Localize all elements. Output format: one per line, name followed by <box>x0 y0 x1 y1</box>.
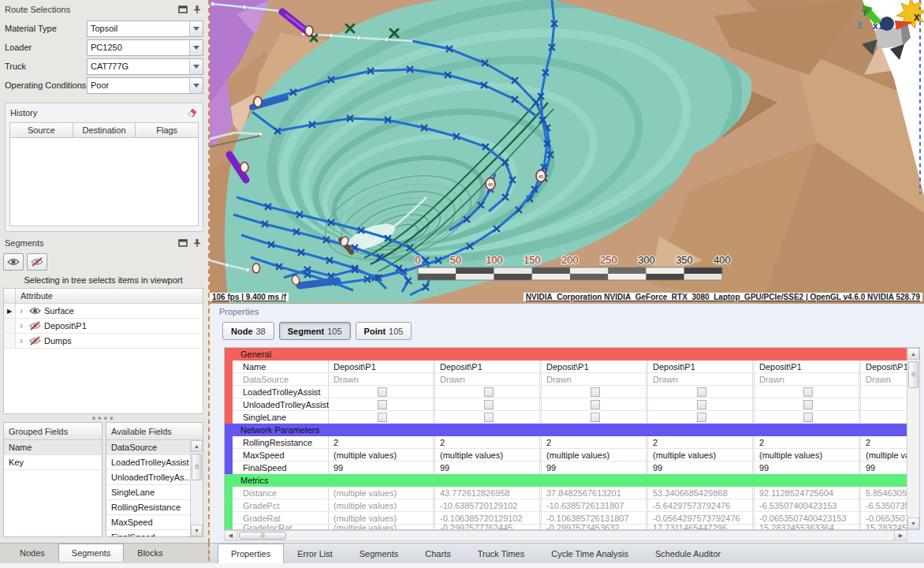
property-value-cell[interactable] <box>329 386 435 398</box>
expand-chevron-icon[interactable]: › <box>16 320 27 331</box>
property-value-cell[interactable] <box>435 398 542 410</box>
property-value-cell[interactable]: 99 <box>861 462 907 473</box>
checkbox[interactable] <box>484 413 494 422</box>
sidebar-tab[interactable]: Segments <box>58 544 125 562</box>
list-item[interactable]: Name <box>4 440 102 455</box>
bottom-tab[interactable]: Charts <box>412 544 464 564</box>
properties-vertical-scrollbar[interactable]: ▲ ☰ ▼ <box>907 348 919 529</box>
property-value-cell[interactable]: 99 <box>754 462 861 473</box>
property-value-cell[interactable]: 5.85463055391012 <box>861 487 907 499</box>
property-value-cell[interactable]: Drawn <box>648 373 754 385</box>
bottom-tab[interactable]: Segments <box>346 544 412 564</box>
property-value-cell[interactable]: 99 <box>542 462 648 473</box>
dropdown-select[interactable]: Poor <box>87 77 203 94</box>
sidebar-tab[interactable]: Blocks <box>124 544 176 562</box>
expand-chevron-icon[interactable]: › <box>16 335 27 346</box>
section-header[interactable]: General⌃ <box>233 348 907 361</box>
property-value-cell[interactable] <box>435 411 542 423</box>
property-value-cell[interactable]: 2 <box>861 436 907 448</box>
checkbox[interactable] <box>484 400 494 409</box>
show-all-button[interactable] <box>3 253 24 271</box>
property-value-cell[interactable]: Deposit\P1 <box>435 361 542 372</box>
property-value-cell[interactable]: (multiple values) <box>861 449 907 461</box>
property-value-cell[interactable]: 53.3406685429868 <box>648 487 754 499</box>
attribute-column-header[interactable]: Attribute <box>16 289 203 303</box>
bottom-tab[interactable]: Schedule Auditor <box>642 544 734 564</box>
clear-history-eraser-icon[interactable] <box>185 107 198 118</box>
property-value-cell[interactable]: -10.6385720129102 <box>435 499 542 511</box>
property-value-cell[interactable]: 2 <box>542 436 648 448</box>
checkbox[interactable] <box>378 400 387 409</box>
property-value-cell[interactable]: 99 <box>648 462 754 473</box>
checkbox[interactable] <box>378 413 387 422</box>
scroll-left-arrow[interactable]: ◀ <box>225 531 237 540</box>
checkbox[interactable] <box>378 387 387 397</box>
section-header[interactable]: Network Parameters⌃ <box>233 424 907 436</box>
scroll-down-arrow[interactable]: ▼ <box>191 525 203 536</box>
checkbox[interactable] <box>697 387 706 397</box>
property-value-cell[interactable]: -6.53507352100757 <box>861 499 907 511</box>
dropdown-button[interactable] <box>189 21 203 36</box>
eye-off-icon[interactable] <box>27 321 43 331</box>
expand-chevron-icon[interactable]: › <box>16 305 27 316</box>
property-value-cell[interactable] <box>754 411 861 423</box>
property-value-cell[interactable]: (multiple values) <box>435 449 542 461</box>
list-item[interactable]: Key <box>4 455 102 470</box>
property-value-cell[interactable]: Drawn <box>754 373 861 385</box>
list-item[interactable]: FinalSpeed <box>106 530 190 536</box>
property-value-cell[interactable] <box>329 398 435 410</box>
pin-icon[interactable] <box>192 5 202 14</box>
property-value-cell[interactable]: (multiple values) <box>329 512 435 524</box>
dropdown-select[interactable]: CAT777G <box>87 58 203 75</box>
checkbox[interactable] <box>803 387 813 397</box>
property-value-cell[interactable]: 99 <box>435 462 542 473</box>
selection-filter-button[interactable]: Node 38 <box>222 322 274 340</box>
dropdown-button[interactable] <box>189 40 203 55</box>
property-value-cell[interactable] <box>648 386 754 398</box>
tree-item[interactable]: ▶ › Deposit\P1 <box>4 319 203 334</box>
checkbox[interactable] <box>591 400 600 409</box>
list-item[interactable]: LoadedTrolleyAssist <box>106 455 190 470</box>
property-value-cell[interactable] <box>754 398 861 410</box>
list-item[interactable]: DataSource <box>106 440 190 455</box>
list-item[interactable]: SingleLane <box>106 485 190 500</box>
properties-horizontal-scrollbar[interactable]: ◀ ☰ ▶ <box>224 530 907 541</box>
property-value-cell[interactable]: -5.64297573792476 <box>648 499 754 511</box>
property-value-cell[interactable]: (multiple values) <box>542 449 648 461</box>
property-value-cell[interactable] <box>648 398 754 410</box>
property-value-cell[interactable]: -0.2997573453632 <box>542 525 648 529</box>
list-item[interactable]: UnloadedTrolleyAs... <box>106 470 190 485</box>
property-value-cell[interactable]: (multiple values) <box>329 487 435 499</box>
checkbox[interactable] <box>697 400 706 409</box>
property-value-cell[interactable]: Drawn <box>329 373 435 385</box>
property-value-cell[interactable]: -0.0653507352100757 <box>861 512 907 524</box>
property-value-cell[interactable]: (multiple values) <box>648 449 754 461</box>
checkbox[interactable] <box>803 400 813 409</box>
history-column-header[interactable]: Source <box>10 123 73 137</box>
property-value-cell[interactable]: Deposit\P1 <box>648 361 754 372</box>
property-value-cell[interactable]: 2 <box>329 436 435 448</box>
checkbox[interactable] <box>591 413 600 422</box>
checkbox[interactable] <box>697 413 706 422</box>
property-value-cell[interactable]: (multiple values) <box>329 525 435 529</box>
dropdown-select[interactable]: Topsoil <box>87 21 203 37</box>
property-value-cell[interactable]: Drawn <box>542 373 648 385</box>
property-value-cell[interactable]: 99 <box>329 462 435 473</box>
section-header[interactable]: Metrics⌃ <box>233 474 907 487</box>
property-value-cell[interactable]: 2 <box>648 436 754 448</box>
scroll-thumb[interactable]: ☰ <box>192 454 202 480</box>
property-value-cell[interactable]: (multiple values) <box>329 499 435 511</box>
float-window-icon[interactable] <box>178 238 188 248</box>
property-value-cell[interactable]: Deposit\P1 <box>542 361 648 372</box>
eye-icon[interactable] <box>27 306 43 316</box>
hide-all-button[interactable] <box>27 253 47 271</box>
available-fields-scrollbar[interactable]: ▲ ☰ ▼ <box>190 440 203 536</box>
property-value-cell[interactable]: 92.1128524725604 <box>754 487 861 499</box>
scroll-thumb[interactable]: ☰ <box>908 361 918 388</box>
list-item[interactable]: RollingResistance <box>106 500 190 515</box>
property-value-cell[interactable]: 37.8482567613201 <box>542 487 648 499</box>
checkbox[interactable] <box>803 413 813 422</box>
pin-icon[interactable] <box>192 238 202 248</box>
property-value-cell[interactable] <box>861 398 907 410</box>
list-item[interactable]: MaxSpeed <box>106 515 190 530</box>
